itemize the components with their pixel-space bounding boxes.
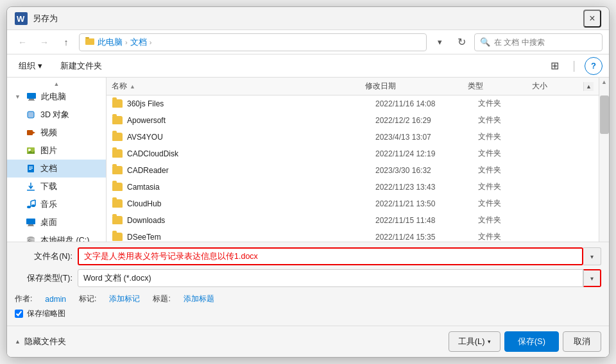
scrollbar[interactable]: ▲ xyxy=(599,78,609,242)
scroll-up-button[interactable]: ▲ xyxy=(583,82,594,91)
svg-rect-24 xyxy=(28,224,33,226)
svg-point-18 xyxy=(27,206,31,208)
svg-rect-25 xyxy=(28,226,34,226)
up-button[interactable]: ↑ xyxy=(57,33,75,51)
svg-rect-17 xyxy=(27,190,35,191)
sidebar-scroll-up[interactable]: ▲ xyxy=(7,80,106,88)
scroll-up-arrow[interactable]: ▲ xyxy=(601,78,607,87)
hide-folder-toggle[interactable]: ▲ 隐藏文件夹 xyxy=(15,336,66,347)
file-type: 文件夹 xyxy=(478,115,542,126)
file-name: CADCloudDisk xyxy=(127,149,375,158)
folder-icon xyxy=(112,181,123,193)
sidebar-item-music[interactable]: 音乐 xyxy=(7,195,106,213)
document-icon xyxy=(25,163,37,174)
table-row[interactable]: DSeeTem 2022/11/24 15:35 文件夹 xyxy=(107,229,599,242)
folder-icon xyxy=(112,231,123,242)
sidebar-item-label: 下载 xyxy=(40,181,101,192)
thumbnail-row: 保存缩略图 xyxy=(15,307,601,320)
sidebar-item-desktop[interactable]: 桌面 xyxy=(7,213,106,231)
new-folder-button[interactable]: 新建文件夹 xyxy=(55,57,107,75)
folder-icon xyxy=(112,115,123,126)
folder-icon xyxy=(112,148,123,160)
breadcrumb-current[interactable]: 文档 xyxy=(130,37,147,48)
title-label: 标题: xyxy=(153,294,170,304)
scrollbar-thumb[interactable] xyxy=(600,95,609,134)
svg-rect-23 xyxy=(26,219,35,224)
col-type-header[interactable]: 类型 xyxy=(468,81,532,92)
thumbnail-checkbox[interactable] xyxy=(15,310,23,318)
organize-button[interactable]: 组织 ▾ xyxy=(13,57,47,75)
sidebar-item-videos[interactable]: 视频 xyxy=(7,124,106,142)
svg-point-19 xyxy=(31,204,35,207)
filetype-input[interactable] xyxy=(78,269,583,287)
filetype-dropdown[interactable]: ▾ xyxy=(583,269,601,287)
table-row[interactable]: CADReader 2023/3/30 16:32 文件夹 xyxy=(107,162,599,179)
sidebar-item-documents[interactable]: 文档 xyxy=(7,160,106,178)
sidebar-item-this-pc[interactable]: ▼ 此电脑 xyxy=(7,88,106,106)
menu-bar: 组织 ▾ 新建文件夹 ⊞ | ? xyxy=(7,54,609,78)
sidebar-item-label: 此电脑 xyxy=(41,92,101,103)
thumbnail-label[interactable]: 保存缩略图 xyxy=(27,308,65,319)
table-row[interactable]: 360js Files 2022/11/16 14:08 文件夹 xyxy=(107,95,599,112)
filename-dropdown[interactable]: ▾ xyxy=(583,247,601,265)
title-bar: W 另存为 × xyxy=(7,7,609,30)
refresh-button[interactable]: ↻ xyxy=(452,33,470,51)
breadcrumb-root[interactable]: 此电脑 xyxy=(98,37,123,48)
file-name: CloudHub xyxy=(127,199,375,208)
menu-divider: | xyxy=(572,59,576,72)
file-name: DSeeTem xyxy=(127,233,375,242)
folder-icon xyxy=(112,198,123,210)
table-row[interactable]: Downloads 2022/11/15 11:48 文件夹 xyxy=(107,212,599,229)
sidebar-item-local-disk[interactable]: C: 本地磁盘 (C:) xyxy=(7,231,106,242)
file-date: 2022/11/15 11:48 xyxy=(375,216,478,225)
file-name: 360js Files xyxy=(127,99,375,108)
tools-button[interactable]: 工具(L) ▾ xyxy=(449,331,501,352)
back-button[interactable]: ← xyxy=(13,33,31,51)
svg-marker-9 xyxy=(33,131,35,134)
table-row[interactable]: Apowersoft 2022/12/2 16:29 文件夹 xyxy=(107,112,599,129)
col-name-header[interactable]: 名称 ▲ xyxy=(112,81,365,92)
filename-input[interactable] xyxy=(78,247,583,265)
cancel-button[interactable]: 取消 xyxy=(563,331,601,352)
close-button[interactable]: × xyxy=(583,10,601,28)
table-row[interactable]: CloudHub 2022/11/21 13:50 文件夹 xyxy=(107,195,599,212)
bottom-form: 文件名(N): ▾ 保存类型(T): ▾ 作者: admin 标记: 添加标记 … xyxy=(7,242,609,326)
save-button[interactable]: 保存(S) xyxy=(504,331,559,352)
filename-label: 文件名(N): xyxy=(15,251,73,262)
action-buttons: 工具(L) ▾ 保存(S) 取消 xyxy=(449,331,601,352)
table-row[interactable]: AVS4YOU 2023/4/13 13:07 文件夹 xyxy=(107,129,599,145)
title-value[interactable]: 添加标题 xyxy=(184,294,214,304)
sidebar-item-pictures[interactable]: 图片 xyxy=(7,142,106,160)
sidebar-item-label: 本地磁盘 (C:) xyxy=(40,235,101,242)
sidebar-item-label: 视频 xyxy=(40,128,101,138)
table-row[interactable]: CADCloudDisk 2022/11/24 12:19 文件夹 xyxy=(107,145,599,162)
table-row[interactable]: Camtasia 2022/11/23 13:43 文件夹 xyxy=(107,179,599,195)
file-name: AVS4YOU xyxy=(127,133,375,142)
svg-rect-8 xyxy=(27,130,33,135)
dropdown-button[interactable]: ▾ xyxy=(431,33,449,51)
help-button[interactable]: ? xyxy=(585,57,603,75)
main-area: ▲ ▼ 此电脑 3D 对象 视频 xyxy=(7,78,609,242)
search-input[interactable] xyxy=(494,38,597,47)
file-date: 2022/11/21 13:50 xyxy=(375,199,478,208)
word-icon: W xyxy=(15,12,28,25)
sidebar-item-label: 图片 xyxy=(40,145,101,156)
desktop-icon xyxy=(25,217,37,228)
file-type: 文件夹 xyxy=(478,231,542,242)
sidebar-item-downloads[interactable]: 下载 xyxy=(7,178,106,195)
tags-value[interactable]: 添加标记 xyxy=(109,294,140,304)
forward-button[interactable]: → xyxy=(35,33,53,51)
tags-label: 标记: xyxy=(79,294,96,304)
col-size-header[interactable]: 大小 xyxy=(532,81,583,92)
file-date: 2022/12/2 16:29 xyxy=(375,116,478,125)
file-name: Apowersoft xyxy=(127,116,375,125)
sidebar-item-3d-objects[interactable]: 3D 对象 xyxy=(7,106,106,124)
file-name: CADReader xyxy=(127,166,375,175)
author-value[interactable]: admin xyxy=(45,295,66,304)
file-type: 文件夹 xyxy=(478,215,542,226)
folder-icon xyxy=(112,98,123,110)
view-button[interactable]: ⊞ xyxy=(545,57,563,75)
col-date-header[interactable]: 修改日期 xyxy=(365,81,468,92)
file-date: 2022/11/24 15:35 xyxy=(375,233,478,242)
file-type: 文件夹 xyxy=(478,131,542,142)
